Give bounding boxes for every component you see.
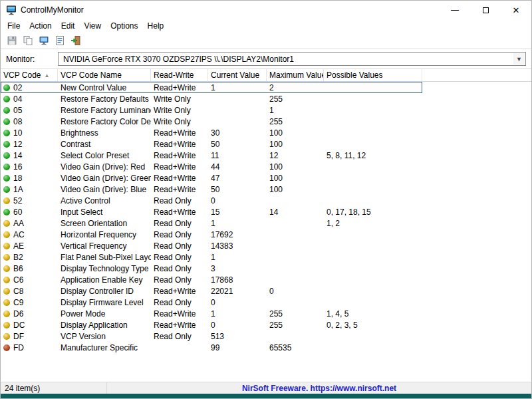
- current-value-cell: 47: [208, 174, 267, 183]
- maximum-value-cell: 100: [267, 174, 324, 183]
- table-row[interactable]: DC Display Application Read+Write 0 255 …: [1, 319, 422, 331]
- menu-file[interactable]: File: [3, 20, 25, 32]
- vcp-name-cell: Display Controller ID: [58, 287, 151, 296]
- monitor-combobox[interactable]: NVIDIA GeForce RTX 3070 OZDSP27IPS \\.\D…: [58, 52, 526, 66]
- table-header: VCP Code ▲ VCP Code Name Read-Write Curr…: [1, 69, 531, 82]
- vcp-status-dot-icon: [3, 220, 10, 227]
- current-value-cell: 3: [208, 264, 267, 273]
- column-header-vcp-code-name[interactable]: VCP Code Name: [58, 69, 151, 81]
- menu-help[interactable]: Help: [143, 20, 169, 32]
- menu-action[interactable]: Action: [25, 20, 56, 32]
- read-write-cell: Read+Write: [151, 185, 208, 194]
- vcp-code-cell: AE: [1, 241, 58, 251]
- table-row[interactable]: 04 Restore Factory Defaults Write Only 2…: [1, 93, 422, 104]
- maximum-value-cell: 2: [267, 83, 324, 92]
- vcp-code-cell: AC: [1, 230, 58, 239]
- table-row[interactable]: FD Manufacturer Specific 99 65535: [1, 342, 422, 353]
- table-row[interactable]: 02 New Control Value Read+Write 1 2: [1, 82, 422, 93]
- vcp-code-cell: FD: [1, 343, 58, 352]
- current-value-cell: 11: [208, 151, 267, 160]
- current-value-cell: 30: [208, 128, 267, 138]
- table-row[interactable]: DF VCP Version Read Only 513: [1, 331, 422, 342]
- vcp-name-cell: Video Gain (Drive): Red: [58, 162, 151, 172]
- table-row[interactable]: C6 Application Enable Key Read Only 1786…: [1, 274, 422, 285]
- properties-icon[interactable]: [38, 35, 50, 47]
- current-value-cell: 0: [208, 298, 267, 307]
- possible-values-cell: 1, 2: [324, 219, 422, 228]
- vcp-status-dot-icon: [3, 107, 10, 114]
- vcp-name-cell: Restore Factory Defaults: [58, 94, 151, 104]
- column-header-current-value[interactable]: Current Value: [208, 69, 267, 81]
- column-header-maximum-value[interactable]: Maximum Value: [267, 69, 324, 81]
- table-row[interactable]: 10 Brightness Read+Write 30 100: [1, 127, 422, 138]
- vcp-status-dot-icon: [3, 277, 10, 283]
- column-header-read-write[interactable]: Read-Write: [151, 69, 208, 81]
- table-row[interactable]: AA Screen Orientation Read Only 1 1, 2: [1, 217, 422, 229]
- read-write-cell: Read Only: [151, 253, 208, 262]
- read-write-cell: Read Only: [151, 275, 208, 285]
- possible-values-cell: 0, 17, 18, 15: [324, 207, 422, 217]
- menu-edit[interactable]: Edit: [57, 20, 80, 32]
- copy-icon[interactable]: [22, 35, 34, 47]
- table-row[interactable]: AE Vertical Frequency Read Only 14383: [1, 240, 422, 251]
- table-row[interactable]: C9 Display Firmware Level Read Only 0: [1, 297, 422, 308]
- table-row[interactable]: 05 Restore Factory Luminance/ ... Write …: [1, 104, 422, 116]
- vcp-status-dot-icon: [3, 84, 10, 91]
- current-value-cell: 17692: [208, 230, 267, 239]
- table-row[interactable]: 60 Input Select Read+Write 15 14 0, 17, …: [1, 206, 422, 217]
- vcp-status-dot-icon: [3, 265, 10, 272]
- minimize-button[interactable]: —: [440, 1, 470, 19]
- menu-options[interactable]: Options: [106, 20, 142, 32]
- read-write-cell: Read+Write: [151, 287, 208, 296]
- current-value-cell: 1: [208, 253, 267, 262]
- read-write-cell: Read Only: [151, 196, 208, 205]
- save-icon[interactable]: [6, 35, 18, 47]
- table-row[interactable]: B2 Flat Panel Sub-Pixel Layout Read Only…: [1, 251, 422, 263]
- table-row[interactable]: 16 Video Gain (Drive): Red Read+Write 44…: [1, 161, 422, 172]
- report-icon[interactable]: [54, 35, 66, 47]
- table-row[interactable]: 08 Restore Factory Color Defaul... Write…: [1, 116, 422, 127]
- possible-values-cell: 5, 8, 11, 12: [324, 151, 422, 160]
- vcp-status-dot-icon: [3, 96, 10, 102]
- vcp-name-cell: Screen Orientation: [58, 219, 151, 228]
- maximum-value-cell: 1: [267, 106, 324, 115]
- vcp-name-cell: Power Mode: [58, 309, 151, 319]
- maximize-icon: [483, 7, 489, 13]
- table-row[interactable]: C8 Display Controller ID Read+Write 2202…: [1, 285, 422, 297]
- chevron-down-icon[interactable]: ▼: [513, 53, 525, 65]
- current-value-cell: 1: [208, 219, 267, 228]
- table-row[interactable]: 14 Select Color Preset Read+Write 11 12 …: [1, 150, 422, 161]
- vcp-code-cell: B6: [1, 264, 58, 273]
- table-row[interactable]: 18 Video Gain (Drive): Green Read+Write …: [1, 172, 422, 184]
- table-row[interactable]: 52 Active Control Read Only 0: [1, 195, 422, 206]
- current-value-cell: 17868: [208, 275, 267, 285]
- menu-view[interactable]: View: [79, 20, 106, 32]
- vcp-status-dot-icon: [3, 344, 10, 351]
- current-value-cell: 50: [208, 185, 267, 194]
- vcp-status-dot-icon: [3, 175, 10, 182]
- column-header-possible-values[interactable]: Possible Values: [324, 69, 422, 81]
- table-row[interactable]: 1A Video Gain (Drive): Blue Read+Write 5…: [1, 184, 422, 195]
- table-row[interactable]: B6 Display Technology Type Read Only 3: [1, 263, 422, 274]
- read-write-cell: Read Only: [151, 264, 208, 273]
- nirsoft-link[interactable]: NirSoft Freeware. https://www.nirsoft.ne…: [242, 384, 396, 393]
- read-write-cell: Write Only: [151, 94, 208, 104]
- vcp-code-cell: 16: [1, 162, 58, 172]
- maximize-button[interactable]: [470, 1, 501, 19]
- vcp-name-cell: Active Control: [58, 196, 151, 205]
- vcp-status-dot-icon: [3, 243, 10, 249]
- vcp-code-cell: 10: [1, 128, 58, 138]
- vcp-status-dot-icon: [3, 186, 10, 193]
- exit-icon[interactable]: [70, 35, 82, 47]
- vcp-code-cell: 08: [1, 117, 58, 126]
- vcp-name-cell: Input Select: [58, 207, 151, 217]
- column-header-vcp-code[interactable]: VCP Code ▲: [1, 69, 58, 81]
- close-button[interactable]: ✕: [501, 1, 531, 19]
- table-row[interactable]: AC Horizontal Frequency Read Only 17692: [1, 229, 422, 240]
- table-row[interactable]: 12 Contrast Read+Write 50 100: [1, 138, 422, 150]
- table-row[interactable]: D6 Power Mode Read+Write 1 255 1, 4, 5: [1, 308, 422, 319]
- taskbar-edge: [1, 394, 531, 398]
- vcp-code-cell: 18: [1, 174, 58, 183]
- maximum-value-cell: 100: [267, 185, 324, 194]
- vcp-code-cell: 60: [1, 207, 58, 217]
